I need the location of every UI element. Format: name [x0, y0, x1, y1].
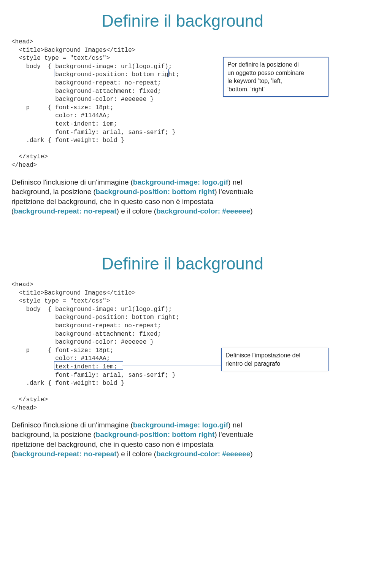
highlight-box-2	[54, 361, 123, 370]
highlight-box-1	[54, 69, 169, 77]
callout-text-1: Per definire la posizione di un oggetto …	[227, 61, 304, 92]
slide-gap	[0, 231, 365, 243]
desc2-kw4: background-color: #eeeeee	[156, 450, 250, 458]
desc1-kw2: background-position: bottom right	[96, 188, 214, 196]
callout-arrow-2	[122, 365, 221, 365]
desc2-pre: Definisco l'inclusione di un'immagine (	[11, 421, 133, 429]
desc1-m3: ) e il colore (	[117, 207, 157, 215]
desc2-m3: ) e il colore (	[117, 450, 157, 458]
desc2-end: )	[250, 450, 252, 458]
desc2-kw2: background-position: bottom right	[96, 430, 214, 438]
desc1-kw4: background-color: #eeeeee	[156, 207, 250, 215]
slide-1: Definire il background <head> <title>Bac…	[0, 0, 365, 231]
slide1-content: <head> <title>Background Images</title> …	[11, 38, 354, 170]
slide-title: Definire il background	[11, 11, 354, 30]
slide2-content: <head> <title>Background Images</title> …	[11, 281, 354, 413]
desc1-end: )	[250, 207, 252, 215]
description-2: Definisco l'inclusione di un'immagine (b…	[11, 420, 354, 459]
slide-title-2: Definire il background	[11, 254, 354, 273]
callout-arrow-1	[168, 73, 223, 73]
callout-box-1: Per definire la posizione di un oggetto …	[223, 57, 328, 97]
desc1-pre: Definisco l'inclusione di un'immagine (	[11, 178, 133, 186]
code-block-2: <head> <title>Background Images</title> …	[11, 281, 354, 413]
desc1-kw3: background-repeat: no-repeat	[14, 207, 116, 215]
callout-box-2: Definisce l'impostazione del rientro del…	[221, 348, 328, 371]
desc1-kw1: background-image: logo.gif	[133, 178, 228, 186]
callout-text-2: Definisce l'impostazione del rientro del…	[225, 352, 300, 367]
desc2-kw3: background-repeat: no-repeat	[14, 450, 116, 458]
slide-2: Definire il background <head> <title>Bac…	[0, 243, 365, 474]
description-1: Definisco l'inclusione di un'immagine (b…	[11, 177, 354, 217]
desc2-kw1: background-image: logo.gif	[133, 421, 228, 429]
